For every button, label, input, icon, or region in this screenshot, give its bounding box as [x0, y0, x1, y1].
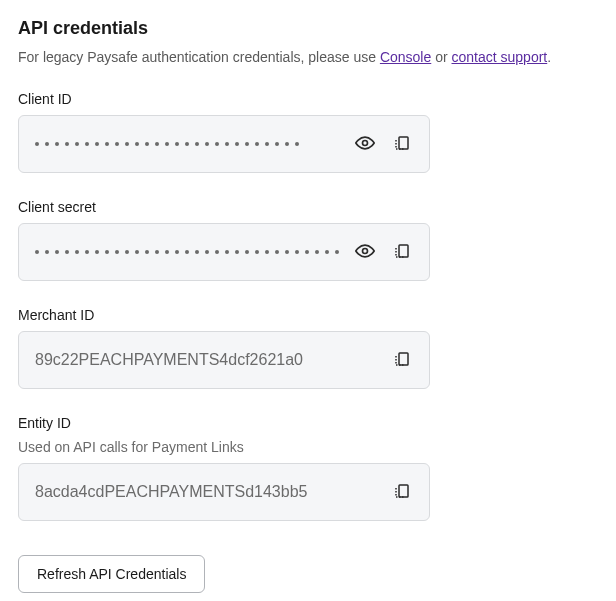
description-prefix: For legacy Paysafe authentication creden…: [18, 49, 380, 65]
svg-point-0: [363, 140, 368, 145]
copy-icon: [393, 134, 411, 155]
copy-client-secret-button[interactable]: [387, 236, 417, 269]
page-title: API credentials: [18, 18, 598, 39]
copy-icon: [393, 482, 411, 503]
contact-support-link[interactable]: contact support: [452, 49, 548, 65]
copy-icon: [393, 350, 411, 371]
reveal-client-secret-button[interactable]: [349, 235, 381, 270]
entity-id-input: 8acda4cdPEACHPAYMENTSd143bb5: [18, 463, 430, 521]
client-secret-masked-value: [35, 250, 343, 254]
description-suffix: .: [547, 49, 551, 65]
svg-rect-1: [399, 137, 408, 149]
entity-id-sublabel: Used on API calls for Payment Links: [18, 439, 430, 455]
client-id-masked-value: [35, 142, 343, 146]
refresh-api-credentials-button[interactable]: Refresh API Credentials: [18, 555, 205, 593]
copy-icon: [393, 242, 411, 263]
merchant-id-input: 89c22PEACHPAYMENTS4dcf2621a0: [18, 331, 430, 389]
eye-icon: [355, 241, 375, 264]
svg-point-2: [363, 248, 368, 253]
copy-client-id-button[interactable]: [387, 128, 417, 161]
console-link[interactable]: Console: [380, 49, 431, 65]
entity-id-value: 8acda4cdPEACHPAYMENTSd143bb5: [35, 483, 381, 501]
client-id-label: Client ID: [18, 91, 430, 107]
client-secret-input: [18, 223, 430, 281]
client-id-field-group: Client ID: [18, 91, 430, 173]
merchant-id-field-group: Merchant ID 89c22PEACHPAYMENTS4dcf2621a0: [18, 307, 430, 389]
svg-rect-3: [399, 245, 408, 257]
client-id-input: [18, 115, 430, 173]
eye-icon: [355, 133, 375, 156]
reveal-client-id-button[interactable]: [349, 127, 381, 162]
description-middle: or: [431, 49, 451, 65]
entity-id-label: Entity ID: [18, 415, 430, 431]
entity-id-field-group: Entity ID Used on API calls for Payment …: [18, 415, 430, 521]
client-secret-field-group: Client secret: [18, 199, 430, 281]
svg-rect-4: [399, 353, 408, 365]
merchant-id-value: 89c22PEACHPAYMENTS4dcf2621a0: [35, 351, 381, 369]
merchant-id-label: Merchant ID: [18, 307, 430, 323]
copy-merchant-id-button[interactable]: [387, 344, 417, 377]
copy-entity-id-button[interactable]: [387, 476, 417, 509]
credentials-description: For legacy Paysafe authentication creden…: [18, 49, 598, 65]
svg-rect-5: [399, 485, 408, 497]
client-secret-label: Client secret: [18, 199, 430, 215]
